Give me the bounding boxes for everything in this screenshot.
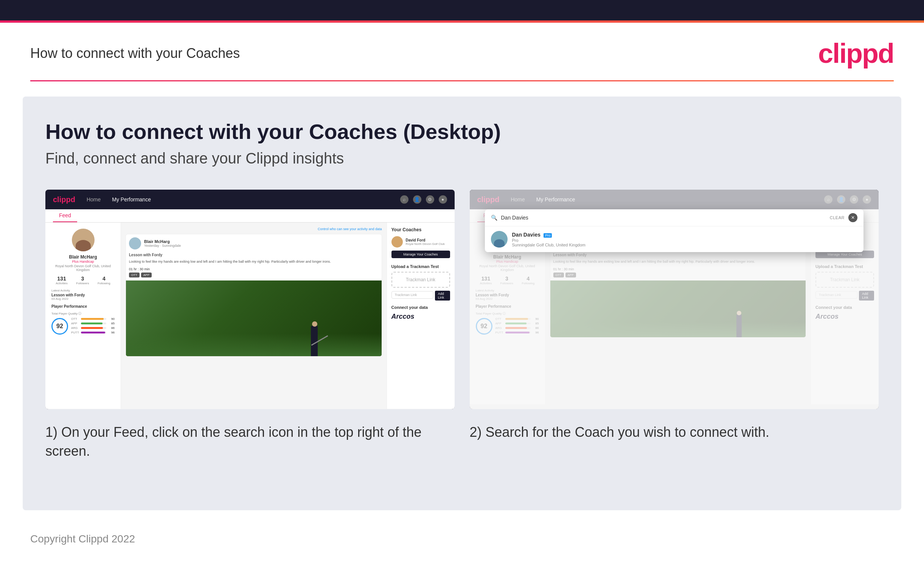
mock-bar-arg-1: ARG 86: [71, 326, 115, 330]
main-title: How to connect with your Coaches (Deskto…: [45, 119, 879, 144]
mock-connect-title-1: Connect your data: [392, 305, 450, 310]
mock-activity-date-1: 03 Aug 2022: [52, 297, 115, 300]
mock-latest-label-1: Latest Activity: [52, 289, 115, 292]
mock-score-row-1: 92 OTT 90 APP: [52, 317, 115, 335]
mock-sidebar-1: Blair McHarg Plus Handicap Royal North D…: [45, 222, 121, 409]
grass-gradient-1: [126, 333, 382, 356]
mock-arccos-brand-1: Arccos: [392, 313, 450, 321]
user-icon-1[interactable]: 👤: [413, 195, 421, 204]
mock-center-feed-1: Control who can see your activity and da…: [121, 222, 387, 409]
mock-post-author-name-1: Blair McHarg: [144, 239, 181, 244]
mock-post-header-1: Blair McHarg Yesterday · Sunningdale: [126, 234, 382, 252]
search-overlay-2: 🔍 Dan Davies CLEAR ✕ Dan Davies Pro: [485, 209, 864, 252]
copyright-text: Copyright Clippd 2022: [30, 533, 135, 545]
mock-app-2: clippd Home My Performance ⌕ 👤 ⚙ ●: [470, 190, 879, 409]
mock-feed-tab-1[interactable]: Feed: [53, 209, 77, 222]
mock-bars-1: OTT 90 APP 85: [71, 317, 115, 335]
mock-btn-app-1[interactable]: APP: [141, 273, 152, 278]
mock-search-bar-2: 🔍 Dan Davies CLEAR ✕: [485, 209, 864, 226]
caption-2: 2) Search for the Coach you wish to conn…: [470, 423, 879, 442]
mock-add-link-btn-1[interactable]: Add Link: [435, 291, 450, 300]
mock-manage-btn-1[interactable]: Manage Your Coaches: [392, 250, 450, 258]
search-icon-1[interactable]: ⌕: [400, 195, 408, 204]
caption-text-2: 2) Search for the Coach you wish to conn…: [470, 424, 769, 440]
mock-coach-info-1: David Ford Royal North Devon Golf Club: [406, 238, 445, 246]
mock-bar-app-1: APP 85: [71, 322, 115, 325]
mock-quality-label-1: Total Player Quality ⓘ: [52, 312, 115, 316]
mock-coach-club-1: Royal North Devon Golf Club: [406, 242, 445, 246]
mock-user-badge-1: Plus Handicap: [52, 260, 115, 263]
caption-text-1: 1) On your Feed, click on the search ico…: [45, 424, 422, 459]
screenshot-1: clippd Home My Performance ⌕ 👤 ⚙ ● Feed: [45, 190, 455, 409]
main-subtitle: Find, connect and share your Clippd insi…: [45, 150, 879, 167]
screenshot-1-container: clippd Home My Performance ⌕ 👤 ⚙ ● Feed: [45, 190, 455, 461]
mock-user-name-1: Blair McHarg: [52, 254, 115, 260]
mock-trackman-input-1[interactable]: Trackman Link: [392, 291, 434, 299]
mock-result-role-2: Pro: [512, 238, 586, 243]
mock-logo-1: clippd: [53, 195, 75, 204]
search-icon-overlay-2: 🔍: [491, 214, 497, 221]
mock-circle-score-1: 92: [52, 318, 68, 334]
mock-app-1: clippd Home My Performance ⌕ 👤 ⚙ ● Feed: [45, 190, 455, 409]
mock-bar-putt-1: PUTT 96: [71, 331, 115, 334]
mock-stat-followers-1: 3 Followers: [76, 276, 89, 285]
mock-trackman-box-1: Trackman Link: [392, 272, 450, 288]
page-title: How to connect with your Coaches: [30, 45, 240, 61]
mock-upload-title-1: Upload a Trackman Test: [392, 264, 450, 269]
mock-result-badge-2: Pro: [544, 233, 552, 238]
mock-stat-following-1: 4 Following: [97, 276, 110, 285]
mock-right-panel-1: Your Coaches David Ford Royal North Devo…: [387, 222, 455, 409]
mock-coach-item-1: David Ford Royal North Devon Golf Club: [392, 236, 450, 248]
mock-content-1: Blair McHarg Plus Handicap Royal North D…: [45, 222, 455, 409]
close-search-btn-2[interactable]: ✕: [848, 213, 858, 222]
mock-result-name-2: Dan Davies: [512, 232, 540, 238]
mock-activity-name-1: Lesson with Fordy: [52, 293, 115, 297]
mock-search-result-2[interactable]: Dan Davies Pro Pro Sunningdale Golf Club…: [485, 226, 864, 252]
mock-post-image-1: [126, 281, 382, 356]
clippd-logo: clippd: [818, 38, 894, 69]
mock-feed-tabs-1: Feed: [45, 209, 455, 222]
screenshot-2-container: clippd Home My Performance ⌕ 👤 ⚙ ●: [470, 190, 879, 461]
mock-coaches-title-1: Your Coaches: [392, 227, 450, 232]
mock-result-club-2: Sunningdale Golf Club, United Kingdom: [512, 243, 586, 247]
mock-control-link-1[interactable]: Control who can see your activity and da…: [126, 227, 382, 231]
mock-user-avatar-1: [72, 229, 95, 251]
settings-icon-1[interactable]: ⚙: [426, 195, 434, 204]
mock-post-text-1: Looking to feel like my hands are exitin…: [126, 259, 382, 267]
mock-post-author-info-1: Blair McHarg Yesterday · Sunningdale: [144, 239, 181, 248]
golfer-head-1: [312, 321, 317, 327]
mock-bar-ott-1: OTT 90: [71, 317, 115, 321]
mock-coach-avatar-1: [392, 236, 403, 248]
mock-perf-title-1: Player Performance: [52, 304, 115, 308]
golfer-body-1: [311, 326, 318, 356]
top-bar: [0, 0, 924, 20]
mock-btn-ott-1[interactable]: OTT: [129, 273, 139, 278]
mock-nav-icons-1: ⌕ 👤 ⚙ ●: [400, 195, 447, 204]
mock-result-info-2: Dan Davies Pro Pro Sunningdale Golf Club…: [512, 231, 586, 247]
main-content-area: How to connect with your Coaches (Deskto…: [23, 96, 901, 510]
mock-result-avatar-2: [491, 231, 508, 248]
mock-post-lesson-title-1: Lesson with Fordy: [126, 252, 382, 259]
header-divider: [30, 80, 894, 81]
mock-user-location-1: Royal North Devon Golf Club, United King…: [52, 264, 115, 272]
header: How to connect with your Coaches clippd: [0, 23, 924, 80]
mock-stat-activities-1: 131 Activities: [56, 276, 68, 285]
mock-post-btns-1: OTT APP: [126, 273, 382, 281]
screenshot-2: clippd Home My Performance ⌕ 👤 ⚙ ●: [470, 190, 879, 409]
mock-trackman-row-1: Trackman Link Add Link: [392, 291, 450, 300]
mock-clear-btn-2[interactable]: CLEAR: [830, 215, 845, 220]
mock-user-stats-1: 131 Activities 3 Followers 4 Following: [52, 276, 115, 285]
mock-post-meta-1: Yesterday · Sunningdale: [144, 244, 181, 248]
footer: Copyright Clippd 2022: [0, 525, 924, 553]
mock-coach-name-1: David Ford: [406, 238, 445, 242]
mock-post-1: Blair McHarg Yesterday · Sunningdale Les…: [126, 234, 382, 357]
caption-1: 1) On your Feed, click on the search ico…: [45, 423, 455, 461]
mock-post-avatar-1: [129, 237, 141, 250]
mock-search-input-2[interactable]: Dan Davies: [501, 214, 826, 221]
mock-navbar-1: clippd Home My Performance ⌕ 👤 ⚙ ●: [45, 190, 455, 209]
screenshots-row: clippd Home My Performance ⌕ 👤 ⚙ ● Feed: [45, 190, 879, 461]
avatar-icon-1[interactable]: ●: [439, 195, 447, 204]
mock-post-duration-1: 01 hr : 30 min: [126, 267, 382, 271]
mock-nav-performance-1: My Performance: [112, 196, 151, 203]
mock-nav-home-1: Home: [87, 196, 100, 203]
